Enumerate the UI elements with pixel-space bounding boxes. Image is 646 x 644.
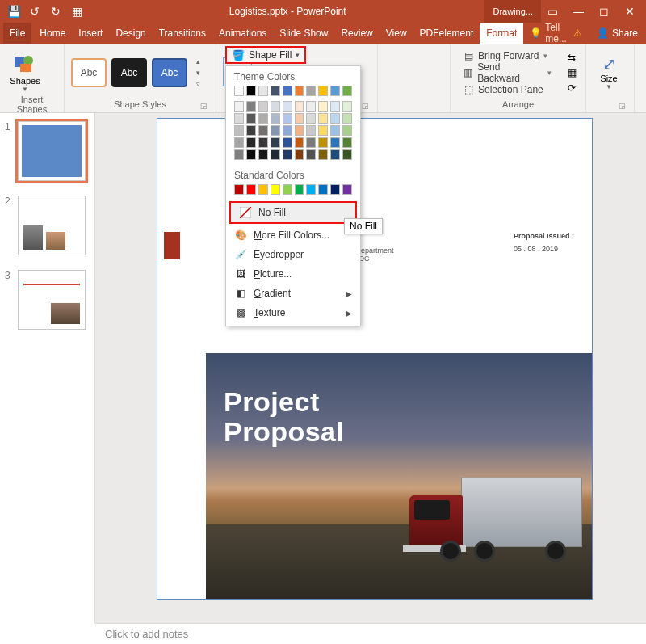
send-backward-button[interactable]: ▥Send Backward▾	[457, 65, 556, 81]
tab-animations[interactable]: Animations	[212, 23, 273, 44]
rotate-button[interactable]: ⟳	[564, 82, 579, 95]
color-swatch[interactable]	[258, 113, 268, 124]
color-swatch[interactable]	[258, 125, 268, 136]
eyedropper-menuitem[interactable]: 💉 Eyedropper	[226, 245, 360, 264]
color-swatch[interactable]	[283, 137, 292, 148]
maximize-icon[interactable]: ◻	[593, 2, 615, 20]
color-swatch[interactable]	[318, 184, 328, 195]
tell-me-search[interactable]: 💡Tell me...⚠	[523, 23, 589, 44]
ribbon-options-icon[interactable]: ▭	[541, 2, 564, 20]
color-swatch[interactable]	[246, 184, 256, 195]
shapes-button[interactable]: Shapes ▼	[6, 48, 44, 97]
color-swatch[interactable]	[271, 149, 280, 160]
color-swatch[interactable]	[258, 149, 268, 160]
slide-editor[interactable]: Parks Department ington, DC Proposal Iss…	[95, 113, 646, 623]
color-swatch[interactable]	[234, 137, 244, 148]
redo-icon[interactable]: ↻	[47, 2, 65, 20]
color-swatch[interactable]	[246, 101, 256, 112]
color-swatch[interactable]	[342, 113, 352, 124]
color-swatch[interactable]	[318, 149, 328, 160]
color-swatch[interactable]	[234, 101, 244, 112]
slide-thumbnail-3[interactable]	[18, 270, 86, 330]
color-swatch[interactable]	[330, 113, 340, 124]
color-swatch[interactable]	[306, 137, 316, 148]
color-swatch[interactable]	[330, 101, 340, 112]
color-swatch[interactable]	[295, 149, 304, 160]
save-icon[interactable]: 💾	[5, 2, 23, 20]
color-swatch[interactable]	[342, 125, 352, 136]
color-swatch[interactable]	[283, 86, 292, 96]
color-swatch[interactable]	[258, 184, 268, 195]
color-swatch[interactable]	[318, 137, 328, 148]
tab-transitions[interactable]: Transitions	[153, 23, 212, 44]
size-button[interactable]: ⤢ Size ▼	[593, 50, 625, 95]
group-button[interactable]: ▦	[564, 66, 579, 79]
tab-review[interactable]: Review	[334, 23, 379, 44]
notes-pane[interactable]: Click to add notes	[95, 623, 646, 644]
slide-canvas[interactable]: Parks Department ington, DC Proposal Iss…	[157, 118, 593, 600]
color-swatch[interactable]	[246, 113, 256, 124]
color-swatch[interactable]	[283, 125, 292, 136]
color-swatch[interactable]	[318, 101, 328, 112]
shape-style-preset-1[interactable]: Abc	[71, 58, 107, 87]
color-swatch[interactable]	[330, 149, 340, 160]
minimize-icon[interactable]: ―	[567, 2, 589, 20]
color-swatch[interactable]	[271, 113, 280, 124]
color-swatch[interactable]	[234, 125, 244, 136]
texture-fill-menuitem[interactable]: ▩ Texture ▶	[226, 303, 360, 322]
shape-style-gallery-more[interactable]: ▴▾▿	[192, 57, 203, 88]
color-swatch[interactable]	[234, 86, 244, 96]
color-swatch[interactable]	[271, 184, 280, 195]
color-swatch[interactable]	[246, 86, 256, 96]
slide-thumbnail-1[interactable]	[18, 121, 86, 181]
color-swatch[interactable]	[234, 149, 244, 160]
dialog-launcher-icon[interactable]: ◲	[619, 102, 626, 110]
color-swatch[interactable]	[330, 86, 340, 96]
dialog-launcher-icon[interactable]: ◲	[362, 102, 369, 110]
more-fill-colors-menuitem[interactable]: 🎨 More Fill Colors...	[226, 225, 360, 245]
dialog-launcher-icon[interactable]: ◲	[200, 102, 208, 110]
color-swatch[interactable]	[271, 137, 280, 148]
color-swatch[interactable]	[318, 86, 328, 96]
slide-thumbnail-2[interactable]	[18, 196, 86, 255]
color-swatch[interactable]	[306, 149, 316, 160]
color-swatch[interactable]	[330, 137, 340, 148]
undo-icon[interactable]: ↺	[26, 2, 44, 20]
color-swatch[interactable]	[246, 137, 256, 148]
tab-insert[interactable]: Insert	[72, 23, 109, 44]
color-swatch[interactable]	[295, 101, 304, 112]
color-swatch[interactable]	[295, 125, 304, 136]
tab-slideshow[interactable]: Slide Show	[273, 23, 334, 44]
chevron-down-icon[interactable]: ▾	[543, 52, 547, 60]
color-swatch[interactable]	[258, 101, 268, 112]
color-swatch[interactable]	[318, 113, 328, 124]
color-swatch[interactable]	[283, 149, 292, 160]
color-swatch[interactable]	[306, 125, 316, 136]
tab-view[interactable]: View	[380, 23, 413, 44]
color-swatch[interactable]	[271, 101, 280, 112]
color-swatch[interactable]	[306, 101, 316, 112]
tab-format[interactable]: Format	[480, 23, 523, 44]
tab-file[interactable]: File	[3, 23, 31, 44]
color-swatch[interactable]	[295, 184, 304, 195]
no-fill-menuitem[interactable]: No Fill	[229, 201, 357, 224]
color-swatch[interactable]	[246, 125, 256, 136]
color-swatch[interactable]	[342, 86, 352, 96]
color-swatch[interactable]	[234, 184, 244, 195]
color-swatch[interactable]	[283, 184, 292, 195]
color-swatch[interactable]	[318, 125, 328, 136]
tab-home[interactable]: Home	[33, 23, 72, 44]
shape-style-preset-3[interactable]: Abc	[152, 58, 187, 87]
close-icon[interactable]: ✕	[619, 2, 641, 20]
color-swatch[interactable]	[258, 137, 268, 148]
tab-pdfelement[interactable]: PDFelement	[413, 23, 480, 44]
color-swatch[interactable]	[342, 101, 352, 112]
color-swatch[interactable]	[306, 86, 316, 96]
color-swatch[interactable]	[306, 113, 316, 124]
color-swatch[interactable]	[295, 113, 304, 124]
color-swatch[interactable]	[342, 184, 352, 195]
color-swatch[interactable]	[283, 101, 292, 112]
share-button[interactable]: 👤Share	[589, 23, 646, 44]
color-swatch[interactable]	[342, 137, 352, 148]
color-swatch[interactable]	[246, 149, 256, 160]
